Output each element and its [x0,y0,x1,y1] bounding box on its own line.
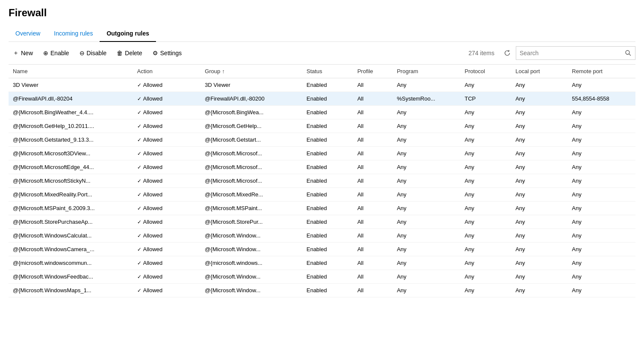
table-row[interactable]: @{Microsoft.MicrosoftStickyN...✓Allowed@… [9,174,635,188]
table-body: 3D Viewer✓Allowed3D ViewerEnabledAllAnyA… [9,78,635,297]
cell-protocol: Any [460,229,511,243]
cell-program: Any [393,256,461,270]
table-row[interactable]: @{Microsoft.WindowsCalculat...✓Allowed@{… [9,229,635,243]
check-icon: ✓ [137,96,141,102]
tab-incoming[interactable]: Incoming rules [47,26,100,42]
cell-localport: Any [511,243,568,256]
table-row[interactable]: @{Microsoft.WindowsFeedbac...✓Allowed@{M… [9,270,635,284]
plus-icon: ＋ [13,49,19,57]
cell-name: @{Microsoft.WindowsCamera_... [9,243,133,256]
tab-outgoing[interactable]: Outgoing rules [100,26,156,42]
search-input[interactable] [516,47,621,59]
action-label: Allowed [143,178,163,184]
disable-icon: ⊖ [79,50,85,56]
refresh-icon [504,50,511,56]
col-header-action[interactable]: Action [133,65,201,78]
cell-status: Enabled [302,202,353,215]
table-row[interactable]: @{Microsoft.WindowsCamera_...✓Allowed@{M… [9,243,635,256]
table-row[interactable]: @{Microsoft.Microsoft3DView...✓Allowed@{… [9,147,635,160]
new-button[interactable]: ＋ New [9,47,37,59]
settings-button[interactable]: ⚙ Settings [148,47,186,59]
check-icon: ✓ [137,178,141,184]
cell-profile: All [353,229,393,243]
disable-button[interactable]: ⊖ Disable [75,47,111,59]
cell-profile: All [353,78,393,92]
table-row[interactable]: @FirewallAPI.dll,-80204✓Allowed@Firewall… [9,92,635,106]
col-header-group[interactable]: Group ↑ [200,65,302,78]
cell-profile: All [353,270,393,284]
delete-button[interactable]: 🗑 Delete [112,47,146,59]
search-button[interactable] [621,47,635,59]
cell-group: @{Microsoft.GetHelp... [200,119,302,133]
cell-protocol: Any [460,256,511,270]
cell-remoteport: 554,8554-8558 [568,92,635,106]
check-icon: ✓ [137,288,141,294]
cell-name: @{Microsoft.GetHelp_10.2011.... [9,119,133,133]
col-header-remoteport[interactable]: Remote port [568,65,635,78]
cell-remoteport: Any [568,133,635,147]
cell-status: Enabled [302,243,353,256]
cell-remoteport: Any [568,243,635,256]
check-icon: ✓ [137,110,141,116]
table-row[interactable]: @{Microsoft.BingWeather_4.4....✓Allowed@… [9,106,635,119]
cell-name: @{microsoft.windowscommun... [9,256,133,270]
cell-localport: Any [511,106,568,119]
cell-program: Any [393,78,461,92]
cell-profile: All [353,119,393,133]
cell-remoteport: Any [568,215,635,229]
table-row[interactable]: @{Microsoft.WindowsMaps_1...✓Allowed@{Mi… [9,284,635,297]
cell-remoteport: Any [568,256,635,270]
cell-protocol: Any [460,174,511,188]
cell-group: 3D Viewer [200,78,302,92]
table-row[interactable]: @{Microsoft.MicrosoftEdge_44...✓Allowed@… [9,160,635,174]
cell-profile: All [353,92,393,106]
col-header-status[interactable]: Status [302,65,353,78]
cell-protocol: Any [460,215,511,229]
cell-program: Any [393,270,461,284]
cell-action: ✓Allowed [133,270,201,284]
col-header-name[interactable]: Name [9,65,133,78]
cell-remoteport: Any [568,229,635,243]
tab-bar: Overview Incoming rules Outgoing rules [9,26,635,42]
refresh-button[interactable] [500,46,514,60]
firewall-page: Firewall Overview Incoming rules Outgoin… [0,0,644,304]
col-header-profile[interactable]: Profile [353,65,393,78]
col-header-program[interactable]: Program [393,65,461,78]
check-icon: ✓ [137,233,141,239]
cell-localport: Any [511,256,568,270]
enable-icon: ⊕ [43,50,48,56]
cell-profile: All [353,215,393,229]
cell-protocol: TCP [460,92,511,106]
cell-action: ✓Allowed [133,92,201,106]
cell-profile: All [353,133,393,147]
tab-overview[interactable]: Overview [9,26,47,42]
table-row[interactable]: @{Microsoft.Getstarted_9.13.3...✓Allowed… [9,133,635,147]
cell-protocol: Any [460,78,511,92]
cell-action: ✓Allowed [133,174,201,188]
enable-button[interactable]: ⊕ Enable [39,47,74,59]
table-row[interactable]: 3D Viewer✓Allowed3D ViewerEnabledAllAnyA… [9,78,635,92]
page-title: Firewall [9,7,635,19]
table-row[interactable]: @{microsoft.windowscommun...✓Allowed@{mi… [9,256,635,270]
cell-name: @{Microsoft.MSPaint_6.2009.3... [9,202,133,215]
cell-group: @{Microsoft.Microsof... [200,160,302,174]
cell-program: Any [393,119,461,133]
cell-program: Any [393,188,461,202]
cell-status: Enabled [302,174,353,188]
table-row[interactable]: @{Microsoft.StorePurchaseAp...✓Allowed@{… [9,215,635,229]
table-row[interactable]: @{Microsoft.MSPaint_6.2009.3...✓Allowed@… [9,202,635,215]
cell-name: @{Microsoft.StorePurchaseAp... [9,215,133,229]
check-icon: ✓ [137,137,141,143]
table-row[interactable]: @{Microsoft.GetHelp_10.2011....✓Allowed@… [9,119,635,133]
check-icon: ✓ [137,274,141,280]
cell-name: @{Microsoft.MicrosoftEdge_44... [9,160,133,174]
table-row[interactable]: @{Microsoft.MixedReality.Port...✓Allowed… [9,188,635,202]
cell-localport: Any [511,147,568,160]
cell-action: ✓Allowed [133,188,201,202]
cell-localport: Any [511,270,568,284]
item-count: 274 items [468,50,494,56]
check-icon: ✓ [137,192,141,198]
cell-status: Enabled [302,160,353,174]
col-header-protocol[interactable]: Protocol [460,65,511,78]
col-header-localport[interactable]: Local port [511,65,568,78]
